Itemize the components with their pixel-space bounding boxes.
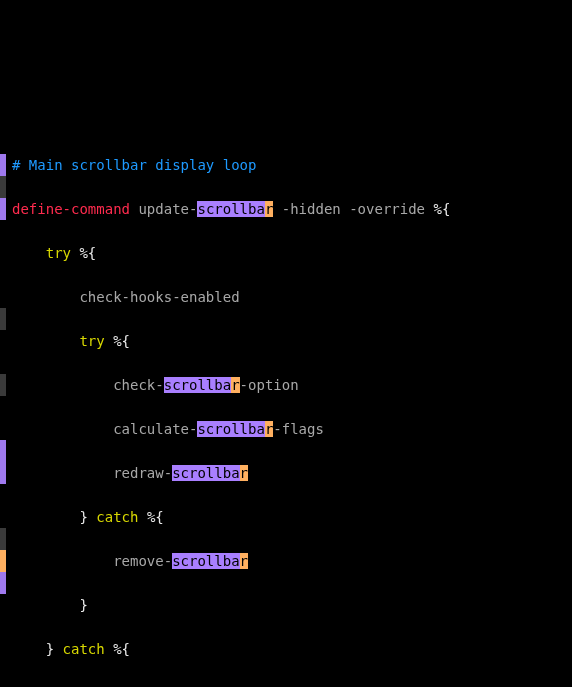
code-line: check-hooks-enabled — [0, 286, 572, 308]
search-highlight: scrollba — [164, 377, 231, 393]
gutter-mark — [0, 176, 6, 198]
code-line: # Main scrollbar display loop — [0, 154, 572, 176]
gutter-mark — [0, 440, 6, 462]
code-line: try %{ — [0, 330, 572, 352]
gutter-mark — [0, 572, 6, 594]
gutter-mark — [0, 528, 6, 550]
text: update- — [130, 201, 197, 217]
code-line: redraw-scrollbar — [0, 462, 572, 484]
code-line: } catch %{ — [0, 506, 572, 528]
brace: %{ — [79, 245, 96, 261]
text: remove- — [12, 553, 172, 569]
gutter-mark — [0, 550, 6, 572]
code-line: define-command update-scrollbar -hidden … — [0, 198, 572, 220]
keyword: try — [12, 333, 113, 349]
brace: } — [12, 641, 54, 657]
keyword: try — [12, 245, 79, 261]
search-highlight: scrollba — [172, 553, 239, 569]
gutter — [0, 0, 6, 242]
text: redraw- — [12, 465, 172, 481]
code-line: } catch %{ — [0, 638, 572, 660]
text: calculate- — [12, 421, 197, 437]
code-line: } — [0, 594, 572, 616]
keyword: catch — [88, 509, 147, 525]
text: -hidden -override — [273, 201, 433, 217]
brace: %{ — [433, 201, 450, 217]
keyword: define-command — [12, 201, 130, 217]
text: check- — [12, 377, 164, 393]
brace: %{ — [113, 641, 130, 657]
gutter-mark — [0, 308, 6, 330]
comment: # Main scrollbar display loop — [12, 157, 256, 173]
brace: %{ — [113, 333, 130, 349]
code-line: nop — [0, 682, 572, 687]
code-line: try %{ — [0, 242, 572, 264]
keyword: catch — [54, 641, 113, 657]
brace: %{ — [147, 509, 164, 525]
text: -option — [240, 377, 299, 393]
search-highlight: scrollba — [172, 465, 239, 481]
search-highlight: scrollba — [197, 201, 264, 217]
gutter-mark — [0, 462, 6, 484]
gutter-mark — [0, 198, 6, 220]
brace: } — [12, 509, 88, 525]
code-line: remove-scrollbar — [0, 550, 572, 572]
search-highlight: scrollba — [197, 421, 264, 437]
code-line: check-scrollbar-option — [0, 374, 572, 396]
search-highlight-tail: r — [240, 465, 248, 481]
code-editor[interactable]: # Main scrollbar display loop define-com… — [0, 132, 572, 687]
code-line: calculate-scrollbar-flags — [0, 418, 572, 440]
search-highlight-tail: r — [240, 553, 248, 569]
text: -flags — [273, 421, 324, 437]
text: check-hooks-enabled — [12, 289, 240, 305]
gutter-mark — [0, 154, 6, 176]
brace: } — [12, 597, 88, 613]
search-highlight-tail: r — [231, 377, 239, 393]
gutter-mark — [0, 374, 6, 396]
